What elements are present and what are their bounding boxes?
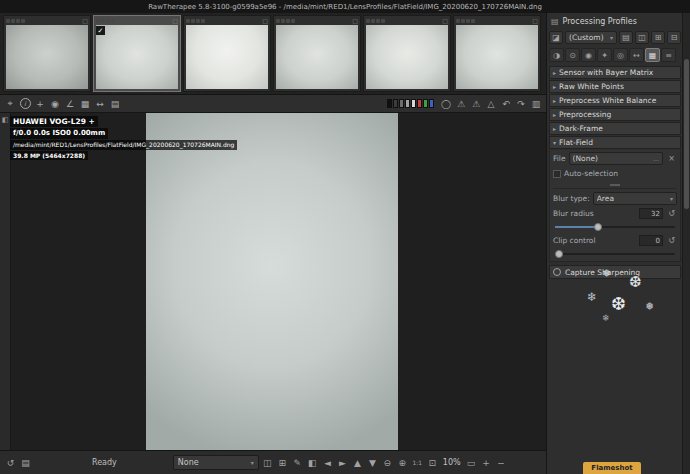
- nav-down-icon[interactable]: ▼: [366, 456, 379, 470]
- scrollbar-thumb[interactable]: [684, 59, 689, 209]
- clip-control-value[interactable]: 0: [639, 235, 663, 246]
- thumbnail-selected[interactable]: ▢ ✓: [93, 15, 181, 92]
- highlight-clipping-icon[interactable]: ⚠: [454, 97, 468, 111]
- clip-control-slider[interactable]: [555, 249, 675, 258]
- thumbnail-image[interactable]: [366, 25, 448, 89]
- thumbnail[interactable]: ▢: [183, 15, 271, 92]
- section-label: Raw White Points: [559, 82, 624, 91]
- rank-dots[interactable]: [276, 19, 295, 23]
- rank-dots[interactable]: [6, 19, 25, 23]
- nav-up-icon[interactable]: ▲: [351, 456, 364, 470]
- filmstrip-toggle-icon[interactable]: ▥: [529, 97, 543, 111]
- section-sensor-bayer[interactable]: ▸ Sensor with Bayer Matrix: [549, 66, 681, 79]
- straighten-icon[interactable]: ∠: [63, 97, 77, 111]
- zoom-out-icon[interactable]: ⊖: [381, 456, 394, 470]
- crop-icon[interactable]: ▦: [78, 97, 92, 111]
- color-picker-icon[interactable]: ◉: [48, 97, 62, 111]
- thumbnail-image[interactable]: [6, 25, 88, 89]
- thumbnail[interactable]: ▢: [273, 15, 361, 92]
- background-color-swatches[interactable]: [387, 99, 434, 108]
- before-after-icon[interactable]: ◧: [306, 456, 319, 470]
- left-panel-toggle-icon[interactable]: ◧: [1, 115, 9, 125]
- preview-image[interactable]: [146, 113, 398, 450]
- trash-icon[interactable]: ▢: [442, 18, 448, 24]
- shadow-clipping-icon[interactable]: ⚠: [469, 97, 483, 111]
- crop-frame-icon[interactable]: ▭: [465, 456, 478, 470]
- refresh-icon[interactable]: ↺: [4, 456, 17, 470]
- section-preprocess-wb[interactable]: ▸ Preprocess White Balance: [549, 94, 681, 107]
- tab-advanced[interactable]: ✦: [597, 48, 612, 62]
- thumbnail[interactable]: ▢: [3, 15, 91, 92]
- rotate-right-icon[interactable]: ↷: [514, 97, 528, 111]
- blur-radius-value[interactable]: 32: [639, 208, 663, 219]
- section-dark-frame[interactable]: ▸ Dark-Frame: [549, 122, 681, 135]
- trash-icon[interactable]: ▢: [172, 18, 178, 24]
- zoom-100-icon[interactable]: 1:1: [411, 456, 424, 470]
- remove-detail-window-icon[interactable]: −: [495, 456, 508, 470]
- tab-color[interactable]: ◉: [581, 48, 596, 62]
- flat-field-file-select[interactable]: (None) …: [569, 152, 663, 165]
- tab-exposure[interactable]: ◑: [549, 48, 564, 62]
- zoom-fit-icon[interactable]: ⊡: [426, 456, 439, 470]
- profile-select[interactable]: (Custom) ▾: [565, 31, 617, 44]
- section-flat-field[interactable]: ▾ Flat-Field: [549, 136, 681, 149]
- rank-dots[interactable]: [186, 19, 205, 23]
- folder-icon[interactable]: ▤: [19, 456, 32, 470]
- next-image-icon[interactable]: ►: [336, 456, 349, 470]
- power-icon[interactable]: [553, 268, 561, 276]
- thumbnail[interactable]: ▢: [453, 15, 541, 92]
- external-editor-icon[interactable]: ✎: [291, 456, 304, 470]
- right-panel-scrollbar[interactable]: [682, 13, 690, 474]
- resize-icon[interactable]: ↔: [93, 97, 107, 111]
- tab-raw[interactable]: ▦: [645, 48, 660, 62]
- trash-icon[interactable]: ▢: [532, 18, 538, 24]
- reset-icon[interactable]: ↺: [666, 235, 677, 246]
- section-preprocessing[interactable]: ▸ Preprocessing: [549, 108, 681, 121]
- save-image-icon[interactable]: ◫: [261, 456, 274, 470]
- white-balance-picker-icon[interactable]: +: [33, 97, 47, 111]
- thumbnail-image[interactable]: [276, 25, 358, 89]
- rotate-left-icon[interactable]: ↶: [499, 97, 513, 111]
- copy-profile-button[interactable]: ⊞: [651, 31, 665, 44]
- thumbnail-image[interactable]: [186, 25, 268, 89]
- thumbnail-image[interactable]: [96, 25, 178, 89]
- save-profile-button[interactable]: ◫: [635, 31, 649, 44]
- section-label: Preprocessing: [559, 110, 611, 119]
- queue-icon[interactable]: ⊞: [276, 456, 289, 470]
- prev-image-icon[interactable]: ◄: [321, 456, 334, 470]
- tab-detail[interactable]: ⊙: [565, 48, 580, 62]
- add-detail-window-icon[interactable]: +: [480, 456, 493, 470]
- auto-selection-checkbox[interactable]: [553, 170, 561, 178]
- trash-icon[interactable]: ▢: [82, 18, 88, 24]
- zoom-in-icon[interactable]: ⊕: [396, 456, 409, 470]
- paste-profile-button[interactable]: ⊟: [667, 31, 681, 44]
- info-icon[interactable]: i: [18, 97, 32, 111]
- trash-icon[interactable]: ▢: [262, 18, 268, 24]
- rank-dots[interactable]: [366, 19, 385, 23]
- rank-dots[interactable]: [456, 19, 475, 23]
- thumbnail-toolbar: ▢: [364, 16, 450, 25]
- rank-dots[interactable]: [96, 19, 115, 23]
- section-capture-sharpening[interactable]: Capture Sharpening: [549, 265, 681, 279]
- tab-transform[interactable]: ↔: [629, 48, 644, 62]
- load-profile-button[interactable]: ▤: [619, 31, 633, 44]
- tab-local[interactable]: ◎: [613, 48, 628, 62]
- thumbnail-image[interactable]: [456, 25, 538, 89]
- bottom-profile-select[interactable]: None ▾: [173, 455, 259, 470]
- reset-icon[interactable]: ↺: [666, 208, 677, 219]
- blur-type-select[interactable]: Area ▾: [593, 192, 677, 205]
- pan-tool-icon[interactable]: ⌖: [3, 97, 17, 111]
- clear-file-icon[interactable]: ×: [666, 153, 677, 164]
- snowflake-icon: ❄: [587, 291, 597, 303]
- collapse-handle[interactable]: [553, 182, 677, 189]
- soft-proof-icon[interactable]: ◯: [439, 97, 453, 111]
- thumbnail[interactable]: ▢: [363, 15, 451, 92]
- detail-window-icon[interactable]: ▤: [108, 97, 122, 111]
- fill-mode-icon[interactable]: ◪: [549, 31, 563, 44]
- gamut-check-icon[interactable]: △: [484, 97, 498, 111]
- flameshot-button[interactable]: Flameshot: [583, 462, 641, 474]
- blur-radius-slider[interactable]: [555, 222, 675, 231]
- trash-icon[interactable]: ▢: [352, 18, 358, 24]
- section-raw-white-points[interactable]: ▸ Raw White Points: [549, 80, 681, 93]
- tab-metadata[interactable]: ≡: [661, 48, 676, 62]
